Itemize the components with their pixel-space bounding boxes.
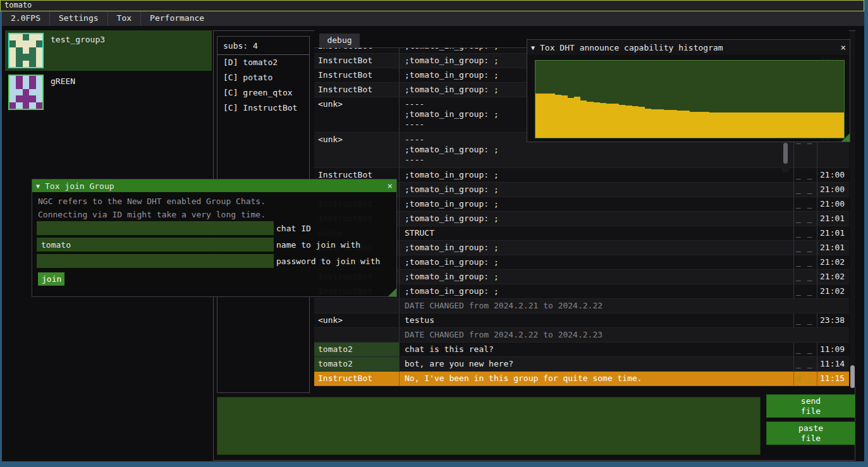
- peer-item-green-qtox[interactable]: [C] green_qtox: [217, 85, 309, 100]
- peer-count-header: subs: 4: [217, 37, 309, 55]
- histogram-bar: [742, 112, 748, 138]
- message-text: ;tomato_in_group: ;: [400, 255, 793, 269]
- avatar-pixel: [23, 54, 29, 60]
- group-item-test-group3[interactable]: test_group3: [5, 30, 212, 71]
- delivery-status: _ _: [793, 284, 817, 298]
- avatar-pixel: [16, 82, 22, 88]
- histogram-bar: [773, 112, 779, 138]
- peer-item-tomato2[interactable]: [D] tomato2: [217, 55, 309, 70]
- resize-grip[interactable]: [388, 288, 396, 296]
- avatar-pixel: [29, 47, 35, 54]
- sender-name[interactable]: tomato2: [314, 343, 400, 356]
- avatar-pixel: [23, 76, 29, 82]
- log-scrollbar-thumb[interactable]: [783, 143, 788, 164]
- sender-name[interactable]: InstructBot: [314, 68, 400, 82]
- menu-item-performance[interactable]: Performance: [141, 11, 213, 26]
- histogram-bar: [619, 105, 625, 138]
- message-text: ;tomato_in_group: ;: [400, 197, 793, 211]
- peer-item-instructbot[interactable]: [C] InstructBot: [217, 100, 309, 116]
- window-titlebar[interactable]: tomato: [0, 0, 864, 11]
- avatar-pixel: [16, 61, 22, 67]
- message-row: DATE CHANGED from 2024.2.22 to 2024.2.23: [314, 328, 849, 343]
- delivery-status: _ _: [793, 168, 817, 182]
- message-row: DATE CHANGED from 2024.2.21 to 2024.2.22: [314, 299, 849, 313]
- delivery-status: _ _: [793, 270, 817, 284]
- join-name-label: name to join with: [276, 240, 360, 250]
- histogram-bar: [831, 112, 838, 138]
- avatar-pixel: [9, 102, 16, 109]
- close-icon[interactable]: ×: [388, 181, 393, 190]
- menu-item-settings[interactable]: Settings: [50, 11, 107, 26]
- avatar-pixel: [36, 40, 42, 47]
- histogram-bar: [606, 104, 613, 138]
- histogram-bar: [594, 102, 600, 138]
- dht-histogram-titlebar[interactable]: ▼ Tox DHT announce capability histogram …: [527, 40, 850, 55]
- join-field-row: name to join with: [37, 238, 360, 252]
- avatar-pixel: [16, 54, 22, 60]
- message-input[interactable]: [217, 397, 761, 455]
- message-text: testus: [400, 313, 793, 327]
- group-avatar: [8, 75, 44, 110]
- histogram-bar: [696, 112, 702, 138]
- chat-id-label: chat ID: [276, 224, 311, 233]
- sender-name[interactable]: <unk>: [314, 133, 400, 167]
- menu-item-2-0fps[interactable]: 2.0FPS: [2, 11, 49, 26]
- histogram-bar: [664, 110, 670, 138]
- join-name-input[interactable]: [37, 238, 274, 252]
- join-field-row: password to join with: [37, 254, 380, 268]
- chat-id-input[interactable]: [37, 221, 274, 235]
- avatar-pixel: [29, 34, 35, 40]
- message-time: 11:14: [817, 357, 849, 371]
- sender-name[interactable]: InstructBot: [314, 54, 400, 68]
- chat-scrollbar-thumb[interactable]: [850, 365, 855, 388]
- histogram-bar: [555, 95, 561, 138]
- collapse-arrow-icon[interactable]: ▼: [531, 44, 535, 51]
- message-text: chat is this real?: [400, 343, 793, 356]
- join-group-titlebar[interactable]: ▼ Tox join Group ×: [32, 179, 396, 192]
- message-time: 11:09: [817, 343, 849, 356]
- group-item-green[interactable]: gREEN: [5, 72, 212, 112]
- tab-debug[interactable]: debug: [319, 33, 360, 48]
- avatar-pixel: [29, 82, 35, 88]
- send-file-button[interactable]: send file: [766, 394, 855, 418]
- avatar-pixel: [9, 54, 16, 60]
- menu-bar: 2.0FPSSettingsToxPerformance: [2, 11, 864, 26]
- message-time: 21:02: [817, 284, 849, 298]
- histogram-bar: [702, 112, 709, 138]
- chat-scrollbar-track[interactable]: [850, 31, 855, 386]
- delivery-status: [793, 299, 817, 313]
- histogram-bar: [812, 112, 818, 138]
- message-text: ;tomato_in_group: ;: [400, 168, 793, 182]
- histogram-bar: [651, 109, 657, 138]
- join-group-title: Tox join Group: [45, 181, 114, 191]
- avatar-pixel: [36, 95, 42, 102]
- avatar-pixel: [9, 82, 16, 88]
- collapse-arrow-icon[interactable]: ▼: [36, 183, 40, 190]
- avatar-pixel: [29, 40, 35, 47]
- delivery-status: _ _: [793, 241, 817, 255]
- close-icon[interactable]: ×: [841, 43, 846, 52]
- join-button[interactable]: join: [38, 272, 64, 286]
- sender-name[interactable]: tomato2: [314, 357, 400, 371]
- sender-name[interactable]: InstructBot: [314, 372, 400, 385]
- sender-name[interactable]: <unk>: [314, 313, 400, 327]
- message-time: 21:01: [817, 241, 849, 255]
- histogram-bar: [548, 94, 554, 138]
- join-password-input[interactable]: [37, 254, 274, 268]
- window-border-right: [864, 0, 868, 461]
- message-time: [817, 299, 849, 313]
- message-time: 21:02: [817, 255, 849, 269]
- dht-histogram-title: Tox DHT announce capability histogram: [540, 43, 723, 52]
- histogram-bar: [587, 102, 593, 138]
- avatar-pixel: [36, 34, 42, 40]
- sender-name[interactable]: InstructBot: [314, 83, 400, 97]
- sender-name[interactable]: <unk>: [314, 97, 400, 132]
- menu-item-tox[interactable]: Tox: [108, 11, 140, 26]
- paste-file-button[interactable]: paste file: [766, 422, 855, 445]
- histogram-bar: [639, 107, 645, 138]
- resize-grip[interactable]: [841, 133, 850, 142]
- peer-item-potato[interactable]: [C] potato: [217, 70, 309, 85]
- message-row: <unk>testus_ _23:38: [314, 313, 849, 328]
- histogram-bar: [805, 112, 812, 138]
- avatar-pixel: [23, 40, 29, 47]
